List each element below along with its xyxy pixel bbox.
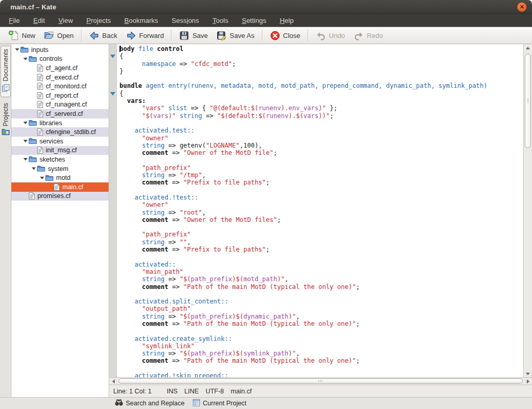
code-line[interactable]: comment => "Prefix to file paths";	[119, 179, 523, 186]
tree-item-inputs[interactable]: inputs	[11, 45, 109, 55]
code-line[interactable]	[119, 327, 523, 335]
code-line[interactable]	[119, 223, 523, 231]
expander-arrow-icon[interactable]	[14, 48, 20, 51]
scroll-right-arrow-icon[interactable]	[524, 378, 532, 385]
code-line[interactable]: "symlink_link"	[119, 342, 523, 350]
code-line[interactable]: comment => "Owner of the MotD files";	[119, 216, 523, 223]
code-line[interactable]: }	[119, 68, 523, 75]
tree-item-libraries[interactable]: libraries	[11, 118, 109, 128]
vertical-scrollbar[interactable]	[523, 44, 532, 377]
fold-marker-icon[interactable]	[110, 92, 115, 96]
code-line[interactable]: string => "$(path_prefix)$(motd_path)",	[119, 275, 523, 283]
titlebar[interactable]: main.cf – Kate ✕	[0, 0, 532, 14]
selection-mode[interactable]: LINE	[184, 388, 199, 395]
tree-item-promises-cf[interactable]: promises.cf	[11, 192, 109, 201]
current-project-button[interactable]: Current Project	[193, 399, 246, 408]
code-line[interactable]: string => getenv("LOGNAME",100),	[119, 142, 523, 149]
code-line[interactable]: "vars" slist => { "@(default:$(runenv).e…	[119, 104, 523, 112]
scroll-down-arrow-icon[interactable]	[524, 370, 532, 377]
expander-arrow-icon[interactable]	[22, 58, 29, 60]
code-line[interactable]	[119, 187, 523, 194]
tree-item-cf_serverd-cf[interactable]: cf_serverd.cf	[11, 109, 109, 118]
menu-settings[interactable]: Settings	[235, 15, 273, 26]
vertical-scroll-track[interactable]	[524, 51, 532, 370]
code-line[interactable]	[119, 365, 523, 372]
menu-sessions[interactable]: Sessions	[165, 15, 206, 26]
code-line[interactable]: string => "/tmp",	[119, 171, 523, 179]
code-line[interactable]: activated.!skip_prepend::	[119, 372, 523, 377]
menu-view[interactable]: View	[51, 15, 79, 26]
menu-tools[interactable]: Tools	[206, 15, 235, 26]
code-line[interactable]: "path_prefix"	[119, 231, 523, 238]
code-line[interactable]: activated.split_content::	[119, 298, 523, 305]
fold-marker-icon[interactable]	[110, 55, 115, 58]
vertical-scroll-thumb[interactable]	[525, 54, 531, 148]
scroll-left-arrow-icon[interactable]	[109, 378, 117, 385]
code-line[interactable]	[119, 75, 523, 82]
code-line[interactable]: "output_path"	[119, 305, 523, 312]
code-line[interactable]: {	[119, 52, 523, 60]
code-line[interactable]: "$(vars)" string => "$(default:$(runenv)…	[119, 112, 523, 120]
insert-mode[interactable]: INS	[167, 388, 178, 395]
code-line[interactable]	[119, 156, 523, 164]
code-line[interactable]: comment => "Prefix to file paths";	[119, 246, 523, 253]
tree-item-motd[interactable]: motd	[11, 173, 109, 182]
tree-item-cf_monitord-cf[interactable]: cf_monitord.cf	[11, 82, 109, 91]
code-line[interactable]: string => "$(path_prefix)$(symlink_path)…	[119, 350, 523, 357]
expander-arrow-icon[interactable]	[22, 122, 29, 124]
tree-item-sketches[interactable]: sketches	[11, 155, 109, 164]
code-line[interactable]	[119, 291, 523, 298]
code-line[interactable]: "main_path"	[119, 268, 523, 275]
open-button[interactable]: Open	[39, 29, 78, 42]
horizontal-scroll-track[interactable]	[117, 378, 524, 385]
save-as-button[interactable]: Save As	[212, 29, 259, 42]
code-line[interactable]: string => "",	[119, 239, 523, 246]
menu-edit[interactable]: Edit	[26, 15, 51, 26]
code-line[interactable]: comment => "Path of the main MotD (typic…	[119, 320, 523, 327]
sidebar-tab-projects[interactable]: Projects	[1, 100, 10, 140]
code-line[interactable]: "owner"	[119, 201, 523, 208]
scroll-up-arrow-icon[interactable]	[524, 44, 532, 51]
code-line[interactable]: vars:	[119, 97, 523, 104]
code-line[interactable]: bundle agent entry(runenv, metadata, mot…	[119, 82, 523, 89]
code-line[interactable]: namespace => "cfdc_motd";	[119, 60, 523, 68]
project-tree[interactable]: inputscontrolscf_agent.cfcf_execd.cfcf_m…	[11, 44, 109, 397]
expander-arrow-icon[interactable]	[22, 140, 29, 142]
save-button[interactable]: Save	[175, 29, 212, 42]
tree-item-cf_runagent-cf[interactable]: cf_runagent.cf	[11, 100, 109, 110]
code-line[interactable]: comment => "Owner of the MotD file";	[119, 149, 523, 156]
code-line[interactable]	[119, 253, 523, 260]
code-line[interactable]: activated.create_symlink::	[119, 335, 523, 342]
code-line[interactable]: string => "$(path_prefix)$(dynamic_path)…	[119, 313, 523, 320]
tree-item-init_msg-cf[interactable]: init_msg.cf	[11, 146, 109, 155]
horizontal-scroll-thumb[interactable]	[118, 378, 523, 384]
code-line[interactable]: string => "root",	[119, 209, 523, 216]
tree-item-cf_execd-cf[interactable]: cf_execd.cf	[11, 73, 109, 82]
expander-arrow-icon[interactable]	[31, 167, 37, 170]
horizontal-scrollbar[interactable]	[109, 377, 532, 385]
search-and-replace-button[interactable]: Search and Replace	[115, 399, 184, 407]
code-view[interactable]: body file control{ namespace => "cfdc_mo…	[117, 44, 523, 377]
expander-arrow-icon[interactable]	[39, 177, 45, 179]
forward-button[interactable]: Forward	[122, 29, 168, 42]
code-line[interactable]: comment => "Path of the main MotD (typic…	[119, 357, 523, 364]
code-folding-margin[interactable]	[109, 44, 117, 377]
tree-item-system[interactable]: system	[11, 164, 109, 174]
tree-item-services[interactable]: services	[11, 137, 109, 146]
code-line[interactable]: {	[119, 90, 523, 97]
tree-item-cfengine_stdlib-cf[interactable]: cfengine_stdlib.cf	[11, 127, 109, 137]
back-button[interactable]: Back	[85, 29, 122, 42]
code-line[interactable]: activated.!test::	[119, 194, 523, 201]
code-line[interactable]: activated.test::	[119, 127, 523, 134]
tree-item-cf_report-cf[interactable]: cf_report.cf	[11, 91, 109, 100]
code-line[interactable]: "owner"	[119, 135, 523, 142]
code-line[interactable]: "path_prefix"	[119, 164, 523, 171]
window-close-icon[interactable]: ✕	[517, 2, 527, 12]
tree-item-main-cf[interactable]: main.cf	[11, 182, 109, 192]
menu-file[interactable]: File	[2, 15, 26, 26]
expander-arrow-icon[interactable]	[22, 158, 29, 161]
new-button[interactable]: New	[4, 29, 39, 42]
code-line[interactable]: comment => "Path of the main MotD (typic…	[119, 283, 523, 291]
encoding[interactable]: UTF-8	[206, 388, 224, 395]
menu-help[interactable]: Help	[273, 15, 300, 26]
